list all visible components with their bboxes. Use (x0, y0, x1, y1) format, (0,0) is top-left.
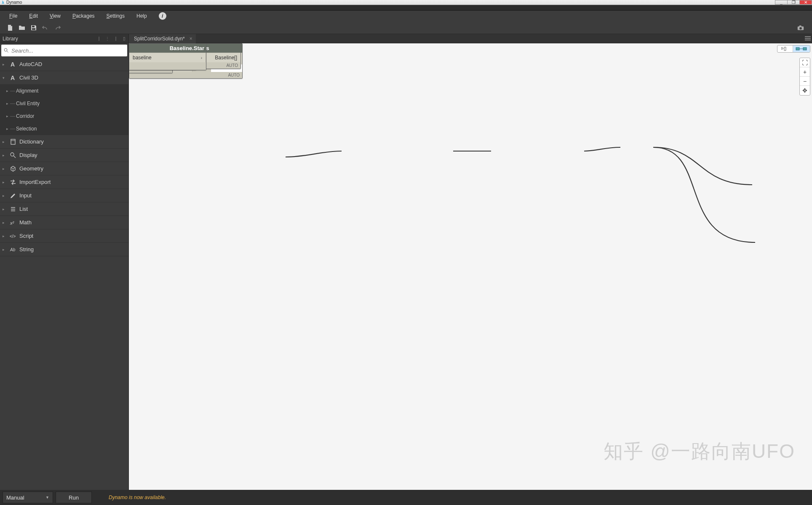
menu-packages[interactable]: Packages (67, 11, 101, 21)
lib-cat-string[interactable]: ▸AbString (0, 243, 128, 256)
string-icon: Ab (7, 246, 19, 253)
lib-sub-alignment[interactable]: ▸—Alignment (0, 85, 128, 97)
window-title: Dynamo (5, 0, 775, 5)
library-header: Library | ⋮ | ▯ (0, 34, 128, 43)
lib-cat-display[interactable]: ▸Display (0, 149, 128, 162)
svg-rect-3 (799, 25, 801, 27)
lib-cat-dictionary[interactable]: ▸Dictionary (0, 135, 128, 149)
app-tabstrip (0, 5, 812, 11)
save-file-button[interactable] (28, 23, 40, 33)
graph-canvas[interactable]: Code Block "Corridor - (1)"; › Selection… (129, 43, 812, 490)
lib-sub-civil-entity[interactable]: ▸—Civil Entity (0, 97, 128, 110)
svg-text:A: A (11, 74, 15, 81)
window-close-button[interactable]: ✕ (799, 0, 812, 5)
app-icon: λ (0, 0, 5, 5)
autocad-icon: A (7, 61, 19, 68)
menu-file[interactable]: File (3, 11, 23, 21)
svg-rect-20 (803, 48, 807, 50)
input-port-baseline[interactable]: baseline› (129, 53, 206, 62)
tree-collapse-icon[interactable]: | (95, 36, 103, 41)
close-tab-icon[interactable]: × (190, 36, 192, 42)
book-icon (7, 138, 19, 145)
svg-line-6 (7, 51, 8, 53)
lib-cat-geometry[interactable]: ▸Geometry (0, 162, 128, 175)
window-maximize-button[interactable]: ❐ (787, 0, 800, 5)
workspace-tab[interactable]: SplitCorridorSolid.dyn* × (129, 34, 196, 43)
lib-sub-corridor[interactable]: ▸—Corridor (0, 110, 128, 122)
svg-point-5 (4, 48, 7, 51)
workspace-tabs: SplitCorridorSolid.dyn* × (129, 34, 812, 43)
svg-text:Ab: Ab (10, 247, 16, 252)
window-titlebar: λ Dynamo _ ❐ ✕ (0, 0, 812, 5)
redo-button[interactable] (51, 23, 63, 33)
library-search[interactable] (1, 45, 127, 56)
lib-cat-math[interactable]: ▸x²Math (0, 216, 128, 229)
lib-cat-script[interactable]: ▸</>Script (0, 229, 128, 243)
svg-rect-0 (32, 26, 35, 27)
math-icon: x² (7, 219, 19, 226)
tree-expand-icon[interactable]: ⋮ (103, 36, 112, 41)
tree-settings-icon[interactable]: | (112, 36, 120, 41)
svg-text:A: A (11, 61, 15, 68)
run-button[interactable]: Run (56, 492, 92, 503)
lib-sub-selection[interactable]: ▸—Selection (0, 122, 128, 135)
status-bar: Manual▼ Run Dynamo is now available. (0, 490, 812, 505)
window-minimize-button[interactable]: _ (775, 0, 788, 5)
output-port-baselines[interactable]: Baseline[] (206, 53, 240, 62)
tab-overflow-icon[interactable] (805, 36, 811, 40)
lib-cat-list[interactable]: ▸List (0, 202, 128, 216)
workspace: SplitCorridorSolid.dyn* × Code Block "Co… (129, 34, 812, 490)
run-mode-selector[interactable]: Manual▼ (3, 492, 53, 503)
pan-button[interactable]: ✥ (800, 86, 810, 95)
open-file-button[interactable] (16, 23, 28, 33)
undo-button[interactable] (40, 23, 51, 33)
fit-view-button[interactable]: ⛶ (800, 58, 810, 67)
watermark-text: 知乎 @一路向南UFO (604, 439, 795, 465)
zoom-out-button[interactable]: − (800, 77, 810, 86)
code-icon: </> (7, 233, 19, 239)
lib-cat-autocad[interactable]: ▸AAutoCAD (0, 58, 128, 71)
svg-point-11 (11, 153, 14, 156)
node-title: Baseline.Star (129, 44, 206, 53)
list-icon (7, 206, 19, 213)
status-message: Dynamo is now available. (109, 494, 166, 500)
menu-view[interactable]: View (44, 11, 67, 21)
menu-settings[interactable]: Settings (101, 11, 131, 21)
menu-help[interactable]: Help (131, 11, 153, 21)
canvas-nav-controls: ⛶ + − ✥ (799, 58, 810, 96)
svg-rect-9 (11, 139, 15, 144)
magnify-icon (7, 152, 19, 159)
svg-point-4 (799, 27, 802, 29)
lib-cat-civil3d[interactable]: ▾ACivil 3D (0, 71, 128, 85)
svg-text:</>: </> (10, 234, 16, 239)
svg-line-12 (13, 156, 16, 158)
screenshot-button[interactable] (794, 23, 807, 33)
swap-icon (7, 179, 19, 186)
toolbar (0, 21, 812, 34)
view-mode-toggle (777, 45, 810, 53)
zoom-in-button[interactable]: + (800, 67, 810, 77)
svg-rect-1 (32, 28, 35, 30)
menu-edit[interactable]: Edit (23, 11, 44, 21)
node-baseline-star[interactable]: Baseline.Star baseline› (129, 43, 206, 70)
graph-view-toggle[interactable] (793, 45, 810, 52)
new-file-button[interactable] (4, 23, 16, 33)
library-tree: ▸AAutoCAD ▾ACivil 3D ▸—Alignment ▸—Civil… (0, 58, 128, 490)
lib-cat-input[interactable]: ▸Input (0, 189, 128, 202)
pencil-icon (7, 192, 19, 199)
tab-label: SplitCorridorSolid.dyn* (134, 36, 185, 42)
lib-cat-importexport[interactable]: ▸ImportExport (0, 175, 128, 189)
library-panel: Library | ⋮ | ▯ ▸AAutoCAD ▾ACivil 3D ▸—A… (0, 34, 129, 490)
panel-menu-icon[interactable]: ▯ (120, 36, 128, 41)
civil3d-icon: A (7, 74, 19, 81)
info-icon[interactable]: i (159, 12, 166, 20)
svg-text:x²: x² (10, 221, 14, 226)
3d-view-toggle[interactable] (777, 45, 793, 52)
cube-icon (7, 165, 19, 172)
search-input[interactable] (11, 48, 125, 54)
menu-bar: File Edit View Packages Settings Help i (0, 11, 812, 21)
svg-rect-19 (796, 48, 799, 50)
library-title: Library (3, 36, 18, 42)
